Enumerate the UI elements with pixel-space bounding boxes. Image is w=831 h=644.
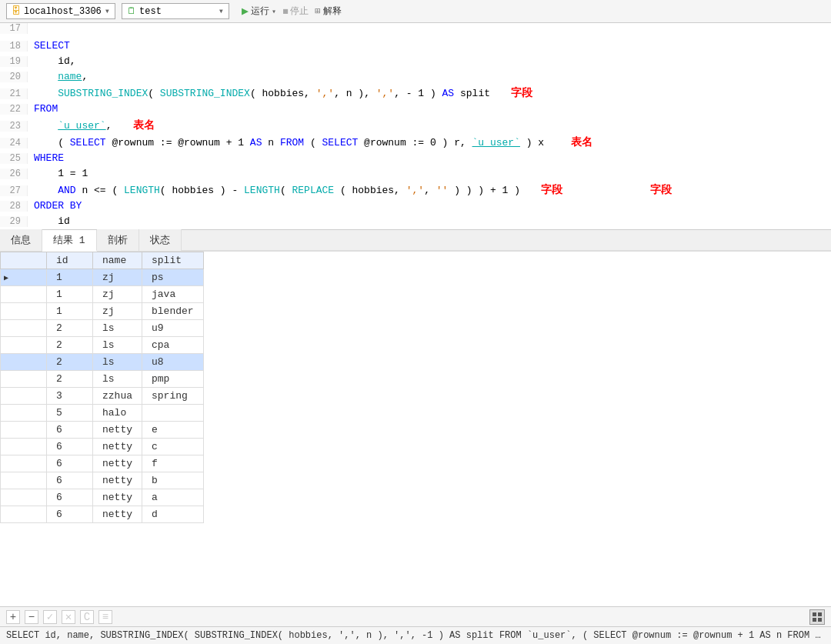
tab-剖析[interactable]: 剖析 bbox=[97, 229, 139, 251]
table-row[interactable]: ▶1zjps bbox=[1, 269, 204, 286]
code-line: 20 name, bbox=[0, 69, 831, 85]
line-content: FROM bbox=[28, 102, 831, 117]
tab-信息[interactable]: 信息 bbox=[0, 229, 42, 251]
tabs-bar: 信息结果 1剖析状态 bbox=[0, 230, 831, 252]
explain-button[interactable]: ⊞ 解释 bbox=[315, 5, 341, 18]
apply-button[interactable]: ✓ bbox=[43, 610, 57, 624]
code-line: 23 `u_user`, 表名 bbox=[0, 117, 831, 134]
table-row[interactable]: 3zzhuaspring bbox=[1, 388, 204, 405]
table-row[interactable]: 1zjblender bbox=[1, 303, 204, 320]
table-row[interactable]: 2lspmp bbox=[1, 371, 204, 388]
add-row-button[interactable]: + bbox=[6, 610, 20, 624]
ident-token bbox=[34, 88, 58, 99]
table-row[interactable]: 6nettyd bbox=[1, 506, 204, 523]
ident-token: ( bbox=[34, 137, 70, 148]
line-content: id bbox=[28, 214, 831, 229]
stop-icon: ◼ bbox=[282, 5, 288, 17]
tab-状态[interactable]: 状态 bbox=[139, 229, 182, 251]
ident-token: @rownum := @rownum + 1 bbox=[106, 137, 250, 148]
ident-token: ) x bbox=[520, 137, 568, 148]
row-indicator bbox=[1, 439, 47, 455]
table-row[interactable]: 6nettyf bbox=[1, 455, 204, 472]
line-content: name, bbox=[28, 69, 831, 85]
cell-id: 6 bbox=[47, 489, 93, 506]
db-selector[interactable]: 🗄 localhost_3306 ▾ bbox=[6, 3, 115, 19]
str-token: '' bbox=[436, 185, 449, 196]
db-arrow-icon: ▾ bbox=[105, 5, 110, 17]
query-preview: SELECT id, name, SUBSTRING_INDEX( SUBSTR… bbox=[0, 626, 831, 644]
ident-token: id bbox=[34, 215, 70, 227]
row-indicator-header bbox=[1, 252, 47, 269]
grid-view-button[interactable] bbox=[809, 609, 825, 625]
db-label: localhost_3306 bbox=[24, 6, 102, 17]
str-token: ',' bbox=[376, 88, 394, 99]
table-row[interactable]: 2lsu9 bbox=[1, 320, 204, 337]
cell-split: blender bbox=[142, 303, 204, 320]
line-content: WHERE bbox=[28, 151, 831, 166]
table-row[interactable]: 5halo bbox=[1, 405, 204, 422]
table-row[interactable]: 6nettyb bbox=[1, 472, 204, 489]
tab-结果1[interactable]: 结果 1 bbox=[42, 230, 97, 252]
line-number: 18 bbox=[0, 41, 28, 52]
cell-split: u8 bbox=[142, 354, 204, 371]
run-label: 运行 bbox=[251, 5, 269, 18]
cell-name: zj bbox=[93, 286, 142, 303]
code-editor[interactable]: 1718SELECT19 id,20 name,21 SUBSTRING_IND… bbox=[0, 23, 831, 230]
row-indicator bbox=[1, 422, 47, 439]
ident-token: n <= ( bbox=[76, 185, 124, 196]
ident-token: ) ) ) + 1 ) bbox=[448, 185, 538, 196]
cell-split: c bbox=[142, 439, 204, 455]
ident-token: , bbox=[106, 120, 130, 132]
svg-rect-1 bbox=[818, 612, 822, 616]
cell-split: a bbox=[142, 489, 204, 506]
fn-token: SUBSTRING_INDEX bbox=[58, 88, 148, 99]
discard-button[interactable]: ✕ bbox=[62, 610, 75, 624]
schema-icon: 🗒 bbox=[127, 5, 136, 17]
ident-token: ( hobbies, bbox=[250, 88, 316, 99]
table-row[interactable]: 1zjjava bbox=[1, 286, 204, 303]
schema-selector[interactable]: 🗒 test ▾ bbox=[122, 3, 229, 19]
stop-button[interactable]: ◼ 停止 bbox=[282, 5, 309, 18]
run-button[interactable]: ▶ 运行 ▾ bbox=[242, 4, 276, 18]
table-row[interactable]: 2lsu8 bbox=[1, 354, 204, 371]
code-line: 21 SUBSTRING_INDEX( SUBSTRING_INDEX( hob… bbox=[0, 85, 831, 102]
row-indicator bbox=[1, 354, 47, 371]
kw-token: AND bbox=[34, 185, 76, 196]
ident-token: ( bbox=[148, 88, 160, 99]
cell-id: 1 bbox=[47, 269, 93, 286]
row-indicator bbox=[1, 303, 47, 320]
svg-rect-3 bbox=[818, 618, 822, 622]
table-row[interactable]: 6nettya bbox=[1, 489, 204, 506]
line-number: 28 bbox=[0, 201, 28, 212]
line-number: 29 bbox=[0, 216, 28, 227]
fn-token: LENGTH bbox=[124, 185, 160, 196]
line-number: 22 bbox=[0, 104, 28, 115]
annotation-token: 字段 bbox=[508, 86, 532, 98]
annotation-token: 表名 bbox=[130, 118, 155, 131]
fn-token: SUBSTRING_INDEX bbox=[160, 88, 250, 99]
line-number: 23 bbox=[0, 121, 28, 132]
refresh-button[interactable]: C bbox=[80, 610, 94, 624]
ident-token bbox=[34, 71, 58, 82]
code-line: 25WHERE bbox=[0, 151, 831, 166]
cell-id: 6 bbox=[47, 472, 93, 489]
row-indicator: ▶ bbox=[1, 269, 47, 286]
annotation-token: 字段 bbox=[538, 183, 562, 195]
ident-token: @rownum := 0 ) r, bbox=[358, 137, 472, 148]
kw-token: AS bbox=[250, 137, 262, 148]
code-line: 26 1 = 1 bbox=[0, 166, 831, 182]
cell-name: zzhua bbox=[93, 388, 142, 405]
cell-split: ps bbox=[142, 269, 204, 286]
table-row[interactable]: 6nettye bbox=[1, 422, 204, 439]
remove-row-button[interactable]: − bbox=[25, 610, 38, 624]
row-indicator bbox=[1, 320, 47, 337]
cell-split: f bbox=[142, 455, 204, 472]
cell-id: 2 bbox=[47, 320, 93, 337]
kw-token: FROM bbox=[280, 137, 304, 148]
table-row[interactable]: 2lscpa bbox=[1, 337, 204, 354]
line-content: AND n <= ( LENGTH( hobbies ) - LENGTH( R… bbox=[28, 182, 831, 199]
cell-id: 6 bbox=[47, 506, 93, 523]
table-row[interactable]: 6nettyc bbox=[1, 439, 204, 455]
row-indicator bbox=[1, 371, 47, 388]
menu-button[interactable]: ≡ bbox=[98, 610, 112, 624]
